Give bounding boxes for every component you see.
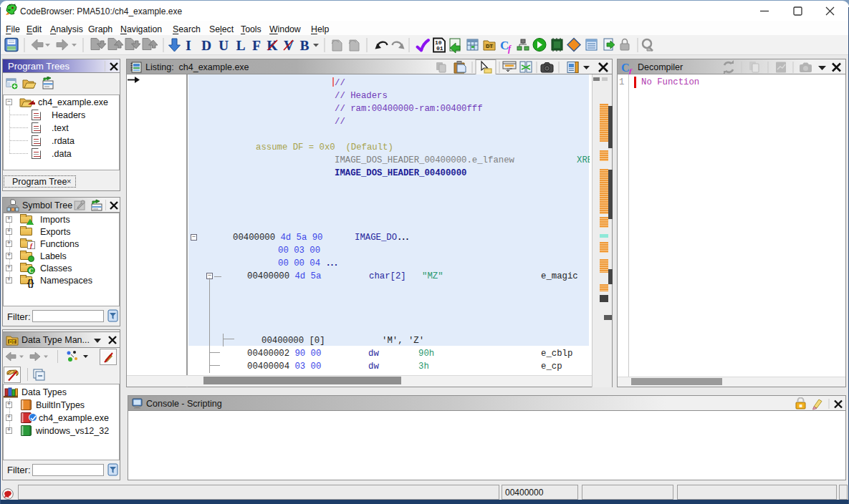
- svg-text:B: B: [300, 38, 310, 53]
- svg-text:L: L: [236, 38, 246, 53]
- svg-text:DT: DT: [486, 44, 493, 49]
- svg-text:f: f: [508, 44, 512, 54]
- svg-text:F: F: [252, 38, 261, 53]
- svg-text:I: I: [186, 38, 191, 53]
- svg-text:D: D: [201, 38, 211, 53]
- svg-text:DT: DT: [9, 339, 16, 344]
- svg-text:U: U: [219, 38, 229, 53]
- svg-text:01: 01: [436, 45, 443, 52]
